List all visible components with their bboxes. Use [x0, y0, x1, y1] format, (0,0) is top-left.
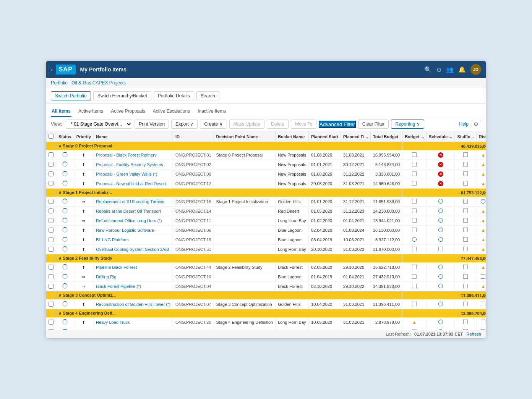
print-button[interactable]: Print Version — [135, 120, 169, 129]
row-select[interactable] — [46, 282, 56, 291]
row-name[interactable]: Repairs at the Desert Oil Transport — [94, 207, 173, 216]
switch-portfolio-button[interactable]: Switch Portfolio — [51, 91, 91, 100]
row-checkbox[interactable] — [49, 237, 54, 242]
row-select[interactable] — [46, 170, 56, 179]
row-checkbox[interactable] — [49, 181, 54, 186]
move-to-button[interactable]: Move To — [291, 120, 316, 129]
row-checkbox[interactable] — [49, 171, 54, 176]
breadcrumb-value[interactable]: Oil & Gas CAPEX Projects — [71, 80, 126, 86]
row-staffing-status — [455, 170, 476, 179]
help-button[interactable]: Help — [459, 121, 469, 127]
row-select[interactable] — [46, 160, 56, 170]
col-select[interactable] — [46, 131, 56, 142]
row-risk: ▲ — [476, 226, 486, 235]
tab-all-items[interactable]: All Items — [51, 106, 71, 117]
group-label[interactable]: ∧ Stage 0 Project Proposal — [56, 142, 402, 150]
table-row: ⬆ Heavy Load Truck ONG.PROJECT.20 Stage … — [46, 318, 486, 327]
row-select[interactable] — [46, 179, 56, 189]
bell-icon[interactable]: 🔔 — [458, 66, 466, 73]
row-checkbox[interactable] — [49, 265, 54, 270]
row-select[interactable] — [46, 245, 56, 254]
tab-active-escalations[interactable]: Active Escalations — [152, 106, 191, 117]
row-checkbox[interactable] — [49, 247, 54, 252]
row-id: ONG.PROJECT.09 — [173, 170, 214, 179]
row-name[interactable]: Proposal - Facility Security Systems — [94, 160, 173, 170]
row-name[interactable]: Oil Rig Golden Hills - Type 216B — [94, 327, 173, 330]
tab-inactive-items[interactable]: Inactive Items — [197, 106, 227, 117]
row-name[interactable]: Overhaul Cooling System Section 2A/B — [94, 245, 173, 254]
row-select[interactable] — [46, 235, 56, 245]
row-checkbox[interactable] — [49, 274, 54, 279]
switch-hierarchy-button[interactable]: Switch Hierarchy/Bucket — [93, 91, 151, 100]
row-select[interactable] — [46, 272, 56, 282]
row-select[interactable] — [46, 300, 56, 309]
row-select[interactable] — [46, 318, 56, 327]
portfolio-details-button[interactable]: Portfolio Details — [154, 91, 194, 100]
row-checkbox[interactable] — [49, 199, 54, 204]
avatar[interactable]: JD — [470, 64, 481, 75]
select-all-checkbox[interactable] — [49, 134, 54, 139]
row-select[interactable] — [46, 150, 56, 160]
people-icon[interactable]: 👥 — [446, 66, 454, 73]
row-select[interactable] — [46, 327, 56, 330]
row-name[interactable]: Heavy Load Truck — [94, 318, 173, 327]
row-select[interactable] — [46, 207, 56, 216]
row-name[interactable]: BL LNG Plattform — [94, 235, 173, 245]
row-name[interactable]: Pipeline Black Forrest — [94, 263, 173, 272]
row-checkbox[interactable] — [49, 302, 54, 307]
col-decision[interactable]: Decision Point Name ↑ — [214, 131, 276, 142]
row-checkbox[interactable] — [49, 329, 54, 330]
row-checkbox[interactable] — [49, 152, 54, 157]
export-button[interactable]: Export ∨ — [171, 120, 198, 129]
row-id: ONG.PROJECT.07 — [173, 300, 214, 309]
row-checkbox[interactable] — [49, 320, 54, 325]
view-select[interactable]: * 01 Stage Gate Overvi… — [66, 120, 132, 129]
row-checkbox[interactable] — [49, 284, 54, 289]
advanced-filter-button[interactable]: Advanced Filter — [319, 121, 356, 128]
breadcrumb-portfolio[interactable]: Portfolio — [51, 80, 68, 86]
row-checkbox[interactable] — [49, 228, 54, 233]
row-schedule-status: ✕ — [427, 160, 455, 170]
mass-update-button[interactable]: Mass Update — [229, 120, 265, 129]
search-icon[interactable]: 🔍 — [424, 66, 432, 73]
settings-icon[interactable]: ⚙ — [471, 120, 481, 128]
row-checkbox[interactable] — [49, 208, 54, 213]
row-select[interactable] — [46, 226, 56, 235]
row-name[interactable]: Replacement of X1R cooling Turbine — [94, 197, 173, 207]
row-name[interactable]: Proposal - Green Valley Wells (*) — [94, 170, 173, 179]
row-risk: ▲ — [476, 216, 486, 226]
group-row: ∧ Stage 0 Project Proposal• 40.439.035,0… — [46, 142, 486, 150]
row-select[interactable] — [46, 216, 56, 226]
delete-button[interactable]: Delete — [267, 120, 289, 129]
row-status — [56, 179, 74, 189]
row-checkbox[interactable] — [49, 162, 54, 167]
row-name[interactable]: Refurbishment Office Long Horn (*) — [94, 216, 173, 226]
tab-active-items[interactable]: Active Items — [78, 106, 104, 117]
row-decision: Stage 0 Project Proposal — [214, 150, 276, 160]
col-id[interactable]: ID ↓ — [173, 131, 214, 142]
row-name[interactable]: Black Forest Pipeline (*) — [94, 282, 173, 291]
group-label[interactable]: ∧ Stage 4 Engineering Defi... — [56, 309, 402, 318]
group-label[interactable]: ∧ Stage 2 Feasibility Study — [56, 254, 402, 263]
row-name[interactable]: Reconstruction of Golden Hills Tower (*) — [94, 300, 173, 309]
globe-icon[interactable]: ⊙ — [436, 66, 441, 73]
row-name[interactable]: New Harbour Logistic Software — [94, 226, 173, 235]
row-checkbox[interactable] — [49, 218, 54, 223]
create-button[interactable]: Create ∨ — [200, 120, 227, 129]
reporting-button[interactable]: Reporting ∨ — [391, 120, 424, 129]
clear-filter-button[interactable]: Clear Filter — [358, 120, 389, 129]
row-budget-status — [402, 272, 427, 282]
row-budget-status — [402, 226, 427, 235]
group-label[interactable]: ∧ Stage 1 Project Initializ... — [56, 189, 402, 197]
row-budget: 3.333.601,00 — [370, 170, 402, 179]
back-button[interactable]: ‹ — [51, 66, 53, 73]
refresh-button[interactable]: Refresh — [466, 332, 481, 336]
search-button[interactable]: Search — [196, 91, 219, 100]
row-name[interactable]: Proposal - Black Forest Refinery — [94, 150, 173, 160]
row-name[interactable]: Drilling Rig — [94, 272, 173, 282]
row-select[interactable] — [46, 197, 56, 207]
group-label[interactable]: ∧ Stage 3 Concept Optimiz... — [56, 291, 402, 300]
tab-active-proposals[interactable]: Active Proposals — [110, 106, 146, 117]
row-select[interactable] — [46, 263, 56, 272]
row-name[interactable]: Proposal - New oil field at Red Desert — [94, 179, 173, 189]
